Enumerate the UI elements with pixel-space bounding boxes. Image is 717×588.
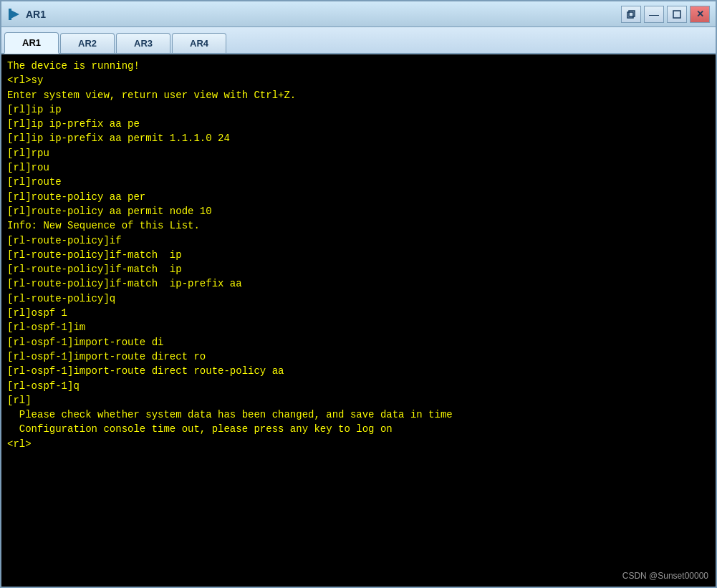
terminal-line: [rl]route-policy aa permit node 10 xyxy=(7,204,710,218)
svg-rect-1 xyxy=(9,9,11,20)
tab-ar3[interactable]: AR3 xyxy=(116,33,170,53)
terminal-line: [rl]ip ip-prefix aa permit 1.1.1.0 24 xyxy=(7,131,710,145)
tab-ar4[interactable]: AR4 xyxy=(172,33,226,53)
tab-ar1[interactable]: AR1 xyxy=(4,32,59,54)
terminal-line: [rl-route-policy]if-match ip-prefix aa xyxy=(7,276,710,291)
tab-ar2[interactable]: AR2 xyxy=(60,33,115,53)
terminal-line: [rl-ospf-1]import-route direct ro xyxy=(7,350,710,364)
terminal-line: [rl]ip ip-prefix aa pe xyxy=(7,117,710,131)
svg-rect-4 xyxy=(673,11,680,18)
terminal-line: [rl-ospf-1]q xyxy=(7,379,710,393)
terminal-line: <rl> xyxy=(7,437,710,451)
terminal-line: [rl]rou xyxy=(7,160,710,175)
minimize-button[interactable]: — xyxy=(644,6,664,23)
terminal-line: [rl]ip ip xyxy=(7,102,710,117)
main-window: AR1 — ✕ AR1 AR2 AR3 AR4 xyxy=(0,0,717,588)
terminal-line: Enter system view, return user view with… xyxy=(7,88,710,102)
close-icon: ✕ xyxy=(696,9,704,19)
restore-button[interactable] xyxy=(621,6,641,23)
terminal-line: [rl-ospf-1]im xyxy=(7,320,710,334)
close-button[interactable]: ✕ xyxy=(690,6,710,23)
terminal-line: [rl-ospf-1]import-route direct route-pol… xyxy=(7,364,710,378)
terminal-line: [rl-route-policy]if-match ip xyxy=(7,248,710,262)
maximize-button[interactable] xyxy=(667,6,687,23)
tab-bar: AR1 AR2 AR3 AR4 xyxy=(1,27,716,54)
terminal-line: [rl-route-policy]if xyxy=(7,233,710,248)
window-title: AR1 xyxy=(26,9,621,20)
terminal-line: The device is running! xyxy=(7,59,710,73)
app-icon xyxy=(7,7,21,21)
window-controls: — ✕ xyxy=(621,6,710,23)
svg-rect-2 xyxy=(627,12,633,18)
terminal-line: [rl-route-policy]if-match ip xyxy=(7,262,710,276)
terminal-line: Configuration console time out, please p… xyxy=(7,422,710,436)
terminal-line: [rl] xyxy=(7,393,710,408)
terminal-line: <rl>sy xyxy=(7,73,710,87)
terminal-line: Info: New Sequence of this List. xyxy=(7,218,710,233)
watermark: CSDN @Sunset00000 xyxy=(622,571,708,581)
terminal-line: [rl]route xyxy=(7,175,710,189)
terminal-area[interactable]: The device is running!<rl>syEnter system… xyxy=(1,54,716,587)
terminal-line: [rl]rpu xyxy=(7,146,710,160)
terminal-line: [rl]ospf 1 xyxy=(7,306,710,320)
terminal-line: [rl]route-policy aa per xyxy=(7,190,710,204)
terminal-line: [rl-ospf-1]import-route di xyxy=(7,335,710,350)
terminal-line: [rl-route-policy]q xyxy=(7,291,710,306)
terminal-output: The device is running!<rl>syEnter system… xyxy=(7,59,710,451)
terminal-line: Please check whether system data has bee… xyxy=(7,408,710,422)
title-bar: AR1 — ✕ xyxy=(1,1,716,27)
svg-rect-3 xyxy=(629,11,635,16)
minimize-icon: — xyxy=(649,9,659,19)
